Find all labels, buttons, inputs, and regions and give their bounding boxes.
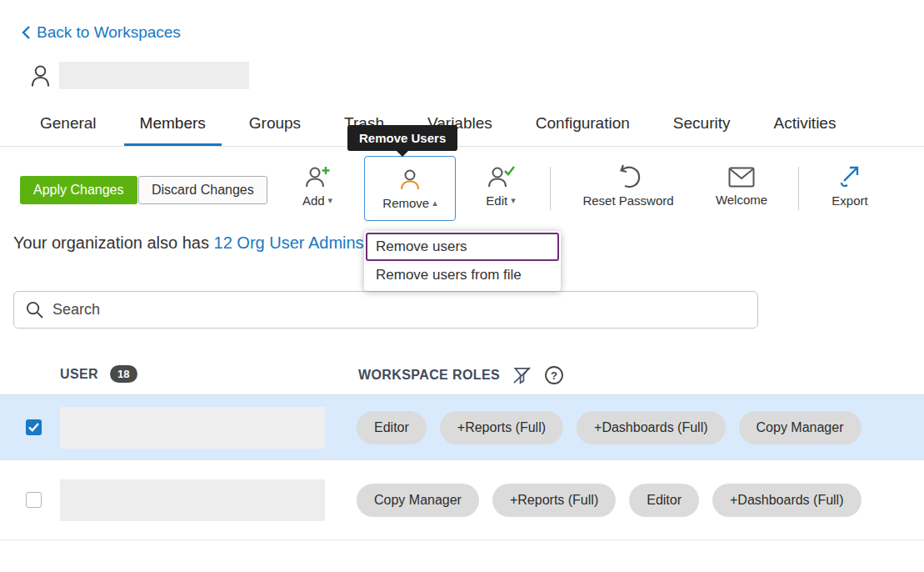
help-icon[interactable]: ? bbox=[544, 365, 564, 385]
add-user-icon bbox=[304, 164, 331, 189]
remove-users-button[interactable]: Remove▴ bbox=[364, 156, 456, 221]
edit-user-icon bbox=[487, 164, 515, 189]
workspace-title-row bbox=[30, 62, 924, 89]
role-chip[interactable]: Copy Manager bbox=[357, 484, 479, 517]
role-chip[interactable]: Editor bbox=[629, 484, 699, 517]
org-user-admins-link[interactable]: 12 Org User Admins bbox=[214, 233, 364, 252]
toolbar-divider bbox=[798, 167, 799, 210]
tab-groups[interactable]: Groups bbox=[233, 114, 317, 146]
table-row: Editor +Reports (Full) +Dashboards (Full… bbox=[0, 395, 924, 460]
search-input[interactable] bbox=[52, 301, 746, 319]
person-icon bbox=[30, 63, 51, 88]
export-icon bbox=[837, 164, 862, 189]
role-chip[interactable]: +Reports (Full) bbox=[492, 484, 616, 517]
tab-members[interactable]: Members bbox=[124, 114, 222, 146]
role-chip[interactable]: +Dashboards (Full) bbox=[577, 411, 726, 444]
workspace-settings-page: Back to Workspaces General Members Group… bbox=[0, 0, 924, 572]
member-search-box bbox=[13, 291, 758, 329]
table-row: Copy Manager +Reports (Full) Editor +Das… bbox=[0, 460, 924, 540]
chevron-left-icon bbox=[22, 25, 31, 40]
welcome-button[interactable]: Welcome bbox=[712, 164, 772, 207]
tab-security[interactable]: Security bbox=[657, 114, 747, 146]
clear-filter-icon[interactable] bbox=[512, 366, 532, 384]
edit-users-button[interactable]: Edit▾ bbox=[472, 164, 530, 208]
members-toolbar: Apply Changes Discard Changes Add▾ Remov… bbox=[0, 153, 924, 230]
role-chips: Editor +Reports (Full) +Dashboards (Full… bbox=[357, 411, 862, 444]
role-chip[interactable]: +Dashboards (Full) bbox=[712, 484, 862, 517]
welcome-label: Welcome bbox=[716, 193, 767, 207]
edit-label: Edit bbox=[486, 193, 507, 208]
toolbar-divider bbox=[550, 167, 551, 210]
reset-password-icon bbox=[614, 164, 642, 189]
role-chip[interactable]: Editor bbox=[357, 411, 427, 444]
roles-column-header: WORKSPACE ROLES ? bbox=[358, 365, 564, 385]
export-button[interactable]: Export bbox=[820, 164, 880, 208]
user-name-redacted bbox=[60, 479, 325, 521]
settings-tab-bar: General Members Groups Trash Variables C… bbox=[0, 114, 924, 147]
role-chip[interactable]: +Reports (Full) bbox=[440, 411, 563, 444]
remove-users-tooltip: Remove Users bbox=[347, 125, 457, 151]
menu-item-remove-users-from-file[interactable]: Remove users from file bbox=[366, 261, 559, 289]
user-count-badge: 18 bbox=[110, 365, 137, 383]
reset-password-button[interactable]: Reset Password bbox=[579, 164, 677, 208]
remove-label: Remove bbox=[382, 196, 429, 210]
discard-changes-button[interactable]: Discard Changes bbox=[138, 176, 267, 204]
user-name-redacted bbox=[60, 407, 325, 449]
tab-configuration[interactable]: Configuration bbox=[520, 114, 646, 146]
caret-down-icon: ▾ bbox=[511, 195, 516, 206]
workspace-name-redacted bbox=[59, 62, 249, 89]
user-header-label: USER bbox=[60, 367, 98, 382]
add-users-button[interactable]: Add▾ bbox=[288, 164, 347, 208]
apply-changes-button[interactable]: Apply Changes bbox=[20, 176, 137, 204]
remove-dropdown-menu: Remove users Remove users from file bbox=[364, 231, 561, 291]
members-table-header: USER 18 WORKSPACE ROLES ? bbox=[0, 359, 924, 395]
role-chips: Copy Manager +Reports (Full) Editor +Das… bbox=[357, 484, 862, 517]
org-note-text: Your organization also has bbox=[13, 233, 209, 252]
back-to-workspaces-link[interactable]: Back to Workspaces bbox=[22, 23, 181, 42]
roles-header-label: WORKSPACE ROLES bbox=[358, 368, 500, 383]
role-chip[interactable]: Copy Manager bbox=[739, 411, 862, 444]
add-label: Add bbox=[302, 193, 325, 208]
menu-item-remove-users[interactable]: Remove users bbox=[366, 233, 559, 261]
envelope-icon bbox=[728, 164, 755, 188]
tab-activities[interactable]: Activities bbox=[757, 114, 852, 146]
reset-password-label: Reset Password bbox=[582, 193, 673, 208]
svg-text:?: ? bbox=[551, 369, 557, 382]
caret-up-icon: ▴ bbox=[432, 198, 437, 208]
back-link-label: Back to Workspaces bbox=[37, 23, 181, 42]
export-label: Export bbox=[832, 193, 867, 208]
row-checkbox-unchecked[interactable] bbox=[26, 492, 42, 508]
remove-user-icon bbox=[397, 167, 422, 192]
tab-general[interactable]: General bbox=[24, 114, 112, 146]
search-icon bbox=[26, 301, 43, 319]
caret-down-icon: ▾ bbox=[328, 195, 333, 206]
row-checkbox-checked[interactable] bbox=[26, 419, 42, 435]
user-column-header: USER 18 bbox=[60, 365, 137, 383]
